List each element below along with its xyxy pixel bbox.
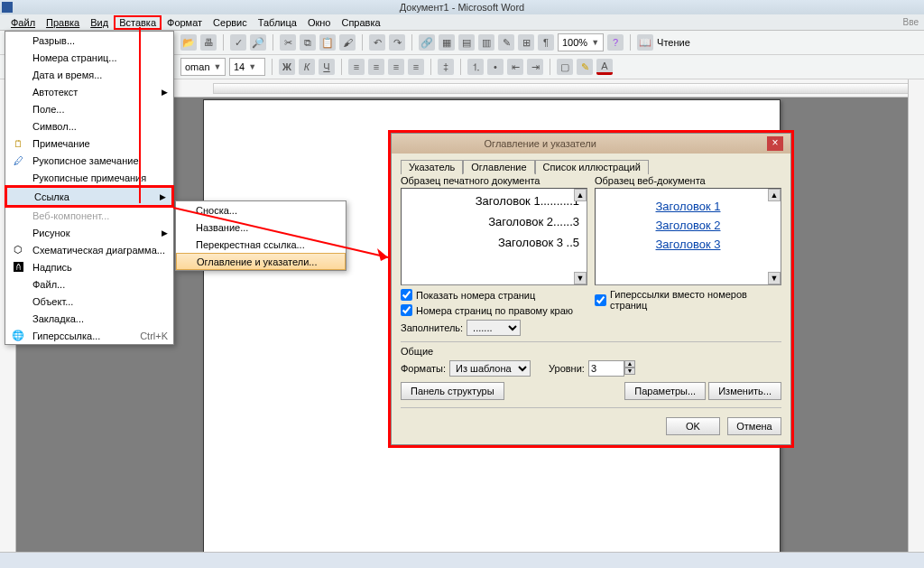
menu-view[interactable]: Вид xyxy=(85,17,114,28)
menu-item-break[interactable]: Разрыв... xyxy=(5,32,173,49)
show-page-numbers-checkbox[interactable] xyxy=(401,289,412,301)
open-icon[interactable]: 📂 xyxy=(180,34,197,51)
table-icon[interactable]: ▦ xyxy=(439,34,455,51)
menu-item-hyperlink[interactable]: 🌐Гиперссылка...Ctrl+K xyxy=(5,327,173,344)
bold-icon[interactable]: Ж xyxy=(279,59,295,75)
submenu-caption[interactable]: Название... xyxy=(176,219,346,236)
research-icon[interactable]: 🔎 xyxy=(250,34,266,51)
paste-icon[interactable]: 📋 xyxy=(319,34,336,51)
menu-item-ink-notes[interactable]: Рукописные примечания xyxy=(5,169,173,186)
bullet-list-icon[interactable]: • xyxy=(487,59,504,75)
indent-icon[interactable]: ⇥ xyxy=(527,59,543,75)
map-icon[interactable]: ⊞ xyxy=(518,34,534,51)
preview-scroll-down[interactable]: ▼ xyxy=(574,272,587,284)
help-icon[interactable]: ? xyxy=(607,34,624,51)
font-size-dropdown[interactable]: 14▼ xyxy=(229,58,265,76)
options-button[interactable]: Параметры... xyxy=(624,382,706,400)
tab-toc[interactable]: Оглавление xyxy=(463,160,534,174)
menu-table[interactable]: Таблица xyxy=(253,17,302,28)
align-justify-icon[interactable]: ≡ xyxy=(408,59,424,75)
line-spacing-icon[interactable]: ‡ xyxy=(438,59,454,75)
menu-window[interactable]: Окно xyxy=(302,17,337,28)
font-color-icon[interactable]: A xyxy=(596,59,613,75)
web-preview-scroll-up[interactable]: ▲ xyxy=(768,189,781,201)
menu-item-page-numbers[interactable]: Номера страниц... xyxy=(5,49,173,66)
spell-icon[interactable]: ✓ xyxy=(230,34,246,51)
menu-item-ink-mark[interactable]: 🖊Рукописное замечание xyxy=(5,152,173,169)
ok-button[interactable]: OK xyxy=(666,417,720,435)
tab-index[interactable]: Указатель xyxy=(401,160,463,174)
align-right-icon[interactable]: ≡ xyxy=(388,59,404,75)
app-icon xyxy=(2,2,13,13)
menu-item-file[interactable]: Файл... xyxy=(5,275,173,293)
redo-icon[interactable]: ↷ xyxy=(389,34,405,51)
menu-bar: Файл Правка Вид Вставка Формат Сервис Та… xyxy=(0,14,924,31)
reading-label[interactable]: Чтение xyxy=(657,37,690,48)
menu-item-note[interactable]: 🗒Примечание xyxy=(5,135,173,152)
levels-spin-down[interactable]: ▼ xyxy=(624,368,635,375)
web-preview-link-1[interactable]: Заголовок 1 xyxy=(656,200,721,213)
drawing-icon[interactable]: ✎ xyxy=(498,34,514,51)
show-marks-icon[interactable]: ¶ xyxy=(538,34,554,51)
hyperlinks-checkbox[interactable] xyxy=(595,294,606,306)
print-icon[interactable]: 🖶 xyxy=(200,34,217,51)
numbered-list-icon[interactable]: ⒈ xyxy=(467,59,484,75)
underline-icon[interactable]: Ч xyxy=(319,59,335,75)
toc-dialog-wrapper: Оглавление и указатели × Указатель Оглав… xyxy=(388,130,794,448)
dialog-tabs: Указатель Оглавление Список иллюстраций xyxy=(401,159,781,173)
show-page-numbers-label: Показать номера страниц xyxy=(416,290,535,301)
cancel-button[interactable]: Отмена xyxy=(727,417,781,435)
cut-icon[interactable]: ✂ xyxy=(280,34,296,51)
right-align-checkbox[interactable] xyxy=(401,304,412,316)
menu-item-bookmark[interactable]: Закладка... xyxy=(5,310,173,327)
align-center-icon[interactable]: ≡ xyxy=(368,59,384,75)
menu-format[interactable]: Формат xyxy=(162,17,208,28)
menu-item-symbol[interactable]: Символ... xyxy=(5,117,173,135)
font-name-dropdown[interactable]: oman▼ xyxy=(180,58,226,76)
outline-panel-button[interactable]: Панель структуры xyxy=(401,382,504,400)
outdent-icon[interactable]: ⇤ xyxy=(507,59,523,75)
align-left-icon[interactable]: ≡ xyxy=(348,59,365,75)
menu-item-field[interactable]: Поле... xyxy=(5,100,173,117)
menu-edit[interactable]: Правка xyxy=(41,17,85,28)
modify-button[interactable]: Изменить... xyxy=(708,382,781,400)
tab-illustrations[interactable]: Список иллюстраций xyxy=(535,160,649,174)
levels-input[interactable] xyxy=(588,360,624,377)
print-preview-label: Образец печатного документа xyxy=(401,175,587,186)
menu-item-caption-box[interactable]: 🅰Надпись xyxy=(5,258,173,275)
menu-help[interactable]: Справка xyxy=(336,17,385,28)
format-painter-icon[interactable]: 🖌 xyxy=(339,34,356,51)
menu-item-diagram[interactable]: ⬡Схематическая диаграмма... xyxy=(5,241,173,258)
italic-icon[interactable]: К xyxy=(299,59,315,75)
hyperlink-icon[interactable]: 🔗 xyxy=(419,34,435,51)
menu-item-picture[interactable]: Рисунок▶ xyxy=(5,224,173,241)
leader-dropdown[interactable]: ....... xyxy=(467,320,521,336)
columns-icon[interactable]: ▥ xyxy=(478,34,494,51)
preview-scroll-up[interactable]: ▲ xyxy=(574,189,587,201)
hyperlinks-label: Гиперссылки вместо номеров страниц xyxy=(610,289,781,311)
formats-dropdown[interactable]: Из шаблона xyxy=(449,360,531,377)
menu-file[interactable]: Файл xyxy=(5,17,41,28)
undo-icon[interactable]: ↶ xyxy=(369,34,385,51)
submenu-footnote[interactable]: Сноска... xyxy=(176,201,346,219)
web-preview-link-2[interactable]: Заголовок 2 xyxy=(656,219,721,232)
menu-item-date-time[interactable]: Дата и время... xyxy=(5,66,173,83)
dialog-title-text: Оглавление и указатели xyxy=(485,138,596,149)
menu-item-autotext[interactable]: Автотекст▶ xyxy=(5,83,173,100)
excel-icon[interactable]: ▤ xyxy=(458,34,475,51)
highlight-icon[interactable]: ✎ xyxy=(577,59,593,75)
levels-spin-up[interactable]: ▲ xyxy=(624,360,635,368)
zoom-dropdown[interactable]: 100%▼ xyxy=(558,33,604,51)
menu-insert[interactable]: Вставка xyxy=(114,15,162,30)
menu-service[interactable]: Сервис xyxy=(208,17,253,28)
reading-icon[interactable]: 📖 xyxy=(637,34,653,51)
menu-item-reference[interactable]: Ссылка▶ xyxy=(7,188,171,205)
copy-icon[interactable]: ⧉ xyxy=(300,34,316,51)
web-preview-link-3[interactable]: Заголовок 3 xyxy=(656,237,721,251)
menu-item-object[interactable]: Объект... xyxy=(5,293,173,310)
dialog-close-button[interactable]: × xyxy=(767,136,783,151)
web-preview-scroll-down[interactable]: ▼ xyxy=(768,272,781,284)
submenu-crossref[interactable]: Перекрестная ссылка... xyxy=(176,236,346,253)
borders-icon[interactable]: ▢ xyxy=(557,59,573,75)
submenu-toc[interactable]: Оглавление и указатели... xyxy=(176,253,346,270)
